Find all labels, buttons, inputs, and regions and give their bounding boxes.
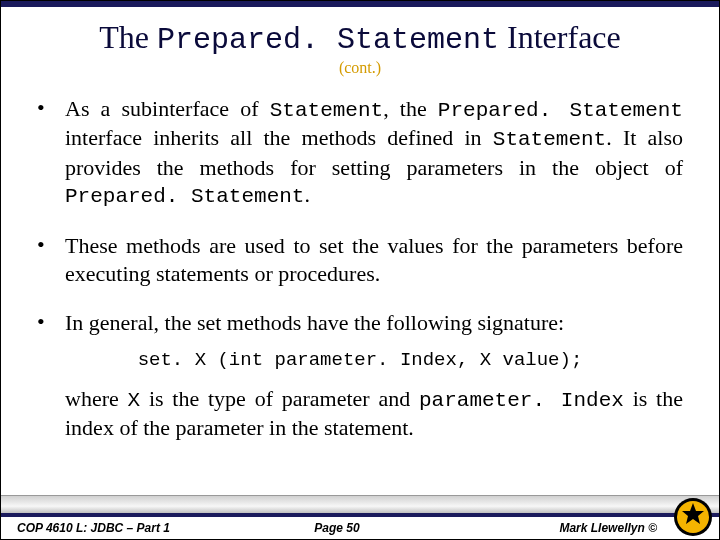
signature-line: set. X (int parameter. Index, X value); — [37, 349, 683, 371]
bullet-2-text: These methods are used to set the values… — [65, 232, 683, 287]
footer-row: COP 4610 L: JDBC – Part 1 Page 50 Mark L… — [1, 517, 719, 539]
w-t1: where — [65, 386, 128, 411]
slide-subtitle: (cont.) — [21, 59, 699, 77]
w-m2: parameter. Index — [419, 389, 624, 412]
slide: The Prepared. Statement Interface (cont.… — [0, 0, 720, 540]
b1-t5: . — [304, 182, 310, 207]
title-part-1: The — [99, 19, 157, 55]
slide-title: The Prepared. Statement Interface — [21, 19, 699, 57]
slide-body: • As a subinterface of Statement, the Pr… — [1, 83, 719, 442]
bullet-3: • In general, the set methods have the f… — [37, 309, 683, 337]
bullet-1: • As a subinterface of Statement, the Pr… — [37, 95, 683, 210]
bullet-2: • These methods are used to set the valu… — [37, 232, 683, 287]
title-part-3: Interface — [499, 19, 621, 55]
footer-gradient — [1, 495, 719, 513]
b1-m1: Statement — [270, 99, 383, 122]
b1-t2: , the — [383, 96, 438, 121]
where-text: where X is the type of parameter and par… — [37, 385, 683, 442]
b1-m3: Statement — [493, 128, 606, 151]
title-block: The Prepared. Statement Interface (cont.… — [1, 7, 719, 83]
bullet-marker: • — [37, 309, 65, 337]
b1-m2: Prepared. Statement — [438, 99, 683, 122]
w-t2: is the type of parameter and — [140, 386, 419, 411]
b1-m4: Prepared. Statement — [65, 185, 304, 208]
bullet-marker: • — [37, 95, 65, 210]
title-mono: Prepared. Statement — [157, 23, 499, 57]
footer-page: Page 50 — [230, 521, 443, 535]
w-m1: X — [128, 389, 141, 412]
bullet-marker: • — [37, 232, 65, 287]
bullet-3-text: In general, the set methods have the fol… — [65, 309, 683, 337]
footer: COP 4610 L: JDBC – Part 1 Page 50 Mark L… — [1, 495, 719, 539]
b1-t3: interface inherits all the methods defin… — [65, 125, 493, 150]
footer-course: COP 4610 L: JDBC – Part 1 — [17, 521, 230, 535]
bullet-1-text: As a subinterface of Statement, the Prep… — [65, 95, 683, 210]
ucf-logo-icon — [673, 497, 713, 537]
b1-t1: As a subinterface of — [65, 96, 270, 121]
footer-author: Mark Llewellyn © — [444, 521, 703, 535]
